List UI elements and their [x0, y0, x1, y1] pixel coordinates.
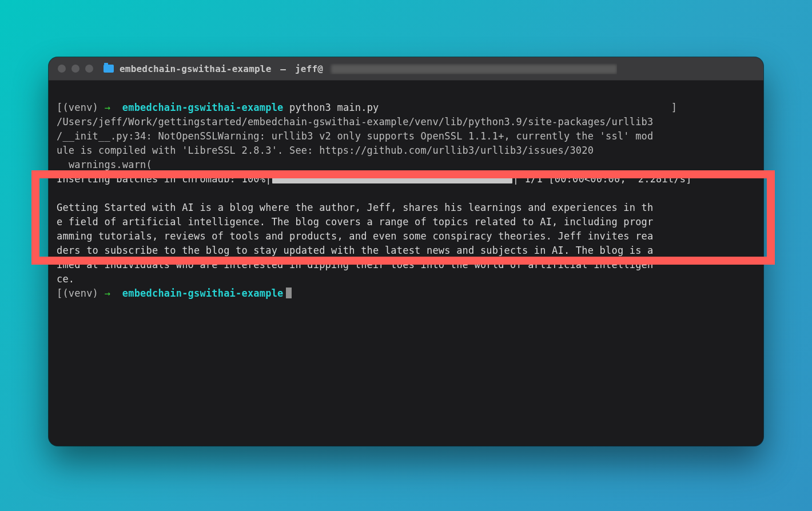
terminal-window: embedchain-gswithai-example — jeff@ [(ve…: [49, 57, 763, 446]
progress-bar-icon: [272, 175, 512, 183]
warning-line: /__init__.py:34: NotOpenSSLWarning: urll…: [57, 130, 654, 142]
terminal-body[interactable]: [(venv) → embedchain-gswithai-example py…: [49, 81, 763, 323]
titlebar: embedchain-gswithai-example — jeff@: [49, 57, 763, 81]
answer-line: ders to subscribe to the blog to stay up…: [57, 245, 654, 256]
venv-label: (venv): [62, 102, 98, 113]
zoom-icon[interactable]: [85, 65, 93, 73]
title-folder: embedchain-gswithai-example: [120, 63, 272, 74]
answer-line: Getting Started with AI is a blog where …: [57, 202, 654, 213]
minimize-icon[interactable]: [71, 65, 79, 73]
cwd: embedchain-gswithai-example: [122, 288, 284, 299]
answer-line: imed at individuals who are interested i…: [57, 259, 654, 270]
progress-prefix: Inserting batches in chromadb: 100%|: [57, 173, 272, 185]
answer-line: e field of artificial intelligence. The …: [57, 216, 654, 227]
venv-label: (venv): [62, 288, 98, 299]
title-redacted: [331, 65, 617, 74]
warning-line: /Users/jeff/Work/gettingstarted/embedcha…: [57, 116, 654, 127]
cursor-icon: [286, 288, 292, 298]
title-separator: —: [280, 63, 286, 74]
command: python3 main.py: [289, 102, 379, 113]
bracket-open: [: [57, 102, 62, 113]
warning-line: warnings.warn(: [57, 159, 152, 170]
prompt-arrow: →: [104, 102, 110, 113]
answer-line: amming tutorials, reviews of tools and p…: [57, 230, 654, 242]
prompt-arrow: →: [104, 288, 110, 299]
bracket-close: ]: [671, 102, 677, 113]
folder-icon: [104, 65, 114, 73]
progress-suffix: | 1/1 [00:00<00:00, 2.28it/s]: [513, 173, 692, 185]
cwd: embedchain-gswithai-example: [122, 102, 284, 113]
close-icon[interactable]: [58, 65, 66, 73]
traffic-lights[interactable]: [58, 65, 93, 73]
bracket-open: [: [57, 288, 62, 299]
title-user: jeff@: [295, 63, 323, 74]
window-title: embedchain-gswithai-example — jeff@: [120, 63, 617, 74]
warning-line: ule is compiled with 'LibreSSL 2.8.3'. S…: [57, 145, 594, 156]
answer-line: ce.: [57, 273, 74, 285]
